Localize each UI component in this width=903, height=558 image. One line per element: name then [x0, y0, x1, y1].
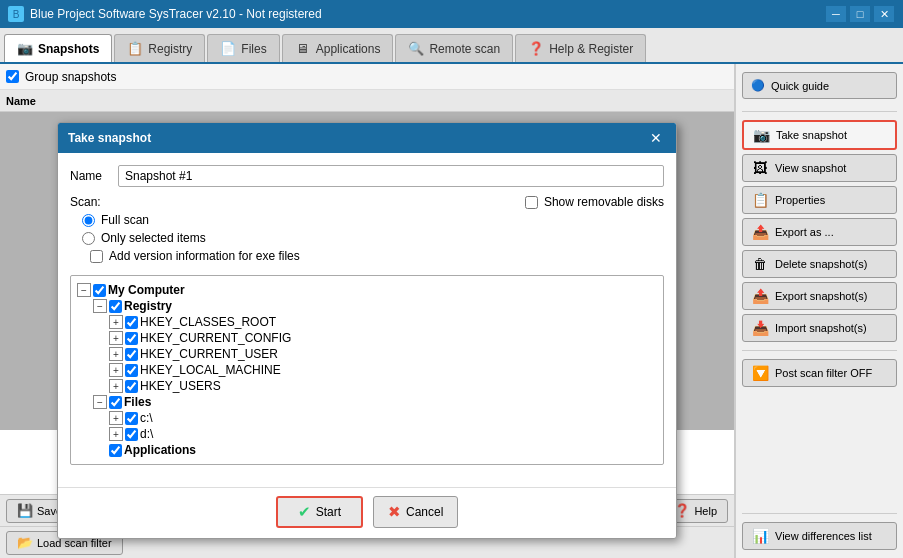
tab-remote-scan[interactable]: 🔍 Remote scan: [395, 34, 513, 62]
registry-expander[interactable]: −: [93, 299, 107, 313]
tree-node-hkey-classes-root[interactable]: + HKEY_CLASSES_ROOT: [109, 314, 657, 330]
tree-node-hkey-local-machine[interactable]: + HKEY_LOCAL_MACHINE: [109, 362, 657, 378]
divider-2: [742, 350, 897, 351]
d-drive-checkbox[interactable]: [125, 428, 138, 441]
hkcc-expander[interactable]: +: [109, 331, 123, 345]
import-snapshots-label: Import snapshot(s): [775, 322, 867, 334]
tree-node-hkey-users[interactable]: + HKEY_USERS: [109, 378, 657, 394]
c-drive-checkbox[interactable]: [125, 412, 138, 425]
menu-tabs: 📷 Snapshots 📋 Registry 📄 Files 🖥 Applica…: [0, 28, 903, 64]
hkcu-label: HKEY_CURRENT_USER: [140, 347, 278, 361]
group-snapshots-checkbox[interactable]: [6, 70, 19, 83]
tab-files[interactable]: 📄 Files: [207, 34, 279, 62]
tab-help[interactable]: ❓ Help & Register: [515, 34, 646, 62]
registry-checkbox[interactable]: [109, 300, 122, 313]
hkcc-checkbox[interactable]: [125, 332, 138, 345]
tree-node-applications[interactable]: Applications: [93, 442, 657, 458]
tab-registry[interactable]: 📋 Registry: [114, 34, 205, 62]
import-snapshots-button[interactable]: 📥 Import snapshot(s): [742, 314, 897, 342]
files-tab-icon: 📄: [220, 41, 236, 57]
hkcu-checkbox[interactable]: [125, 348, 138, 361]
export-as-icon: 📤: [751, 224, 769, 240]
take-snapshot-button[interactable]: 📷 Take snapshot: [742, 120, 897, 150]
full-scan-row: Full scan: [82, 213, 505, 227]
post-scan-filter-button[interactable]: 🔽 Post scan filter OFF: [742, 359, 897, 387]
tree-node-c-drive[interactable]: + c:\: [109, 410, 657, 426]
view-snapshot-label: View snapshot: [775, 162, 846, 174]
take-snapshot-label: Take snapshot: [776, 129, 847, 141]
modal-body: Name Scan: Full scan: [58, 153, 676, 477]
my-computer-label: My Computer: [108, 283, 185, 297]
only-selected-radio[interactable]: [82, 232, 95, 245]
tree-node-d-drive[interactable]: + d:\: [109, 426, 657, 442]
post-scan-filter-label: Post scan filter OFF: [775, 367, 872, 379]
export-as-button[interactable]: 📤 Export as ...: [742, 218, 897, 246]
cancel-button[interactable]: ✖ Cancel: [373, 496, 458, 528]
scan-options-row: Scan: Full scan Only selected items: [70, 195, 664, 267]
tree-node-registry[interactable]: − Registry: [93, 298, 657, 314]
applications-checkbox[interactable]: [109, 444, 122, 457]
d-drive-expander[interactable]: +: [109, 427, 123, 441]
properties-button[interactable]: 📋 Properties: [742, 186, 897, 214]
full-scan-label: Full scan: [101, 213, 149, 227]
d-drive-label: d:\: [140, 427, 153, 441]
c-drive-expander[interactable]: +: [109, 411, 123, 425]
hklm-expander[interactable]: +: [109, 363, 123, 377]
add-version-checkbox[interactable]: [90, 250, 103, 263]
hkcu-expander[interactable]: +: [109, 347, 123, 361]
view-snapshot-button[interactable]: 🖼 View snapshot: [742, 154, 897, 182]
remote-scan-tab-label: Remote scan: [429, 42, 500, 56]
take-snapshot-icon: 📷: [752, 127, 770, 143]
modal-close-button[interactable]: ✕: [646, 128, 666, 148]
scan-label-row: Scan:: [70, 195, 505, 209]
hkcr-expander[interactable]: +: [109, 315, 123, 329]
tab-applications[interactable]: 🖥 Applications: [282, 34, 394, 62]
start-button[interactable]: ✔ Start: [276, 496, 363, 528]
quick-guide-label: Quick guide: [771, 80, 829, 92]
scan-left: Scan: Full scan Only selected items: [70, 195, 505, 267]
view-differences-button[interactable]: 📊 View differences list: [742, 522, 897, 550]
properties-label: Properties: [775, 194, 825, 206]
hklm-checkbox[interactable]: [125, 364, 138, 377]
my-computer-checkbox[interactable]: [93, 284, 106, 297]
column-name: Name: [6, 95, 36, 107]
scan-label: Scan:: [70, 195, 101, 209]
files-checkbox[interactable]: [109, 396, 122, 409]
app-icon: B: [8, 6, 24, 22]
load-icon: 📂: [17, 535, 33, 550]
group-toolbar: Group snapshots: [0, 64, 734, 90]
title-bar: B Blue Project Software SysTracer v2.10 …: [0, 0, 903, 28]
delete-snapshots-button[interactable]: 🗑 Delete snapshot(s): [742, 250, 897, 278]
my-computer-expander[interactable]: −: [77, 283, 91, 297]
hku-checkbox[interactable]: [125, 380, 138, 393]
minimize-button[interactable]: ─: [825, 5, 847, 23]
snapshots-tab-icon: 📷: [17, 41, 33, 57]
name-input[interactable]: [118, 165, 664, 187]
tree-node-hkey-current-user[interactable]: + HKEY_CURRENT_USER: [109, 346, 657, 362]
export-snapshots-label: Export snapshot(s): [775, 290, 867, 302]
help-tab-icon: ❓: [528, 41, 544, 57]
export-snapshots-button[interactable]: 📤 Export snapshot(s): [742, 282, 897, 310]
help-tab-label: Help & Register: [549, 42, 633, 56]
view-differences-label: View differences list: [775, 530, 872, 542]
group-snapshots-label: Group snapshots: [25, 70, 116, 84]
modal-title-bar: Take snapshot ✕: [58, 123, 676, 153]
help-label: Help: [694, 505, 717, 517]
delete-snapshots-label: Delete snapshot(s): [775, 258, 867, 270]
tree-node-my-computer[interactable]: − My Computer: [77, 282, 657, 298]
close-button[interactable]: ✕: [873, 5, 895, 23]
tree-node-files[interactable]: − Files: [93, 394, 657, 410]
tree-node-hkey-current-config[interactable]: + HKEY_CURRENT_CONFIG: [109, 330, 657, 346]
scan-right: Show removable disks: [525, 195, 664, 213]
tab-snapshots[interactable]: 📷 Snapshots: [4, 34, 112, 62]
hkcr-checkbox[interactable]: [125, 316, 138, 329]
quick-guide-button[interactable]: 🔵 Quick guide: [742, 72, 897, 99]
files-expander[interactable]: −: [93, 395, 107, 409]
hku-expander[interactable]: +: [109, 379, 123, 393]
name-row: Name: [70, 165, 664, 187]
show-removable-checkbox[interactable]: [525, 196, 538, 209]
properties-icon: 📋: [751, 192, 769, 208]
maximize-button[interactable]: □: [849, 5, 871, 23]
full-scan-radio[interactable]: [82, 214, 95, 227]
window-title: Blue Project Software SysTracer v2.10 - …: [30, 7, 322, 21]
